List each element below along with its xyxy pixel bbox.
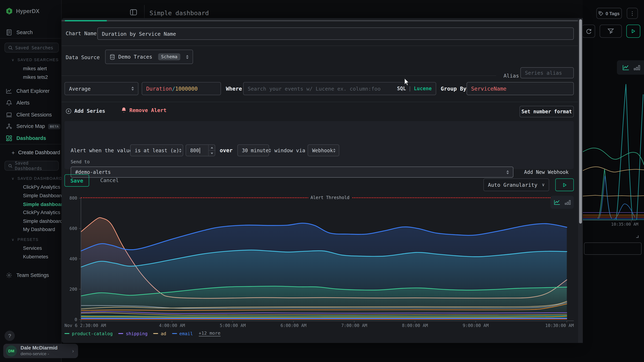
line-chart-icon[interactable] <box>554 199 560 205</box>
legend-item[interactable]: product-catalog <box>64 331 112 336</box>
orange2-line <box>81 319 567 319</box>
modal-scrollbar-thumb[interactable] <box>579 19 582 223</box>
preset-item[interactable]: Services <box>23 245 42 251</box>
y-tick-label: 200 <box>70 287 77 292</box>
cyan2-line <box>81 318 567 318</box>
brand-name: HyperDX <box>16 8 40 14</box>
service-map-icon <box>6 123 12 130</box>
legend-more-link[interactable]: +12 more <box>199 331 220 337</box>
dashboard-item[interactable]: ClickPy Analytics <box>23 184 60 190</box>
sidebar-item-alerts[interactable]: Alerts <box>0 98 62 108</box>
play-icon <box>631 29 636 34</box>
help-button[interactable]: ? <box>4 331 15 341</box>
x-tick-label: Nov 6 2:30:00 AM <box>64 323 106 328</box>
dashboard-item[interactable]: My Dashboard <box>23 226 55 232</box>
y-tick-label: 600 <box>70 226 77 231</box>
legend-swatch <box>153 333 158 334</box>
x-tick-label: 10:30:00 AM <box>545 323 574 328</box>
bar-chart-icon[interactable] <box>634 64 640 71</box>
beta-badge: BETA <box>48 124 61 129</box>
dashboard-item[interactable]: Simple dashboard <box>23 218 63 224</box>
resize-handle-icon[interactable] <box>634 234 639 238</box>
user-org: demo-service - <box>20 351 58 357</box>
saved-search-item[interactable]: mikes tets2 <box>23 74 48 80</box>
chevron-right-icon: › <box>72 348 74 354</box>
bg-chart-toggle <box>617 60 644 75</box>
sidebar-item-service-map[interactable]: Service Map BETA <box>0 122 62 131</box>
chart-legend: product-catalogshippingademail+12 more <box>64 331 220 337</box>
tags-button[interactable]: 0 Tags <box>596 8 622 19</box>
sidebar-item-dashboards[interactable]: Dashboards <box>0 134 62 143</box>
saved-dashboards-placeholder: Saved Dashboards <box>15 161 55 171</box>
laptop-icon <box>6 112 12 118</box>
legend-swatch <box>64 333 70 334</box>
magnifier-icon <box>8 45 13 50</box>
sidebar-item-label: Service Map <box>16 124 45 129</box>
x-tick-label: 5:00:00 AM <box>220 323 246 328</box>
x-tick-label: 9:00:00 AM <box>463 323 489 328</box>
bg-panel-outline <box>584 242 642 255</box>
user-chip[interactable]: DM Dale McDiarmid demo-service - › <box>3 344 78 358</box>
section-saved-searches[interactable]: ∨ SAVED SEARCHES <box>12 57 59 62</box>
bar-chart-icon[interactable] <box>564 199 571 205</box>
legend-swatch <box>118 333 124 334</box>
blue2-line <box>81 318 567 319</box>
sidebar-collapse-button[interactable] <box>130 8 137 16</box>
line-chart-icon[interactable] <box>622 64 630 71</box>
refresh-button[interactable] <box>582 25 595 38</box>
plus-icon: + <box>12 149 15 156</box>
background-page: 0 Tags ⋮ <box>583 0 644 362</box>
y-tick-label: 800 <box>70 196 77 201</box>
alert-threshold-label: Alert Threshold <box>308 195 352 200</box>
dashboard-item[interactable]: ClickPy Analytics <box>23 210 60 215</box>
sidebar-item-label: Dashboards <box>16 135 46 141</box>
edit-chart-modal: Chart Name Duration by Service Name Data… <box>62 18 578 343</box>
sidebar-item-label: Alerts <box>16 100 30 106</box>
topbar-divider <box>144 5 144 20</box>
filter-button[interactable] <box>600 25 622 38</box>
chart-type-toggle <box>550 196 574 209</box>
filter-icon <box>608 28 614 34</box>
saved-searches-input[interactable]: Saved Searches <box>4 43 59 52</box>
background-chart <box>583 78 644 226</box>
section-presets[interactable]: ∨ PRESETS <box>12 237 38 242</box>
saved-search-item[interactable]: mikes alert <box>23 66 47 71</box>
panel-left-icon <box>130 8 137 16</box>
legend-label: product-catalog <box>72 331 113 336</box>
page-title: Simple dashboard <box>150 9 209 17</box>
tag-icon <box>598 11 604 16</box>
dashboard-item[interactable]: Simple Dashboard <box>23 193 64 198</box>
sidebar-item-chart-explorer[interactable]: Chart Explorer <box>0 86 62 96</box>
bell-icon <box>6 100 12 106</box>
legend-label: shipping <box>126 331 148 336</box>
legend-label: ad <box>161 331 166 336</box>
sidebar-divider <box>0 38 62 39</box>
avatar: DM <box>6 345 17 357</box>
legend-item[interactable]: email <box>172 331 193 336</box>
saved-dashboards-input[interactable]: Saved Dashboards <box>4 161 59 171</box>
x-tick-label: 6:00:00 AM <box>280 323 306 328</box>
preset-item[interactable]: Kubernetes <box>23 254 48 260</box>
sidebar: HyperDX Search Saved Searches ∨ SAVED SE… <box>0 0 62 362</box>
legend-item[interactable]: shipping <box>118 331 148 336</box>
sidebar-item-client-sessions[interactable]: Client Sessions <box>0 110 62 120</box>
x-tick-label: 8:00:00 AM <box>402 323 428 328</box>
tags-label: 0 Tags <box>606 11 620 16</box>
sidebar-divider <box>0 144 62 144</box>
create-dashboard-button[interactable]: + Create Dashboard <box>0 148 62 157</box>
dashboard-item-active[interactable]: Simple dashboard <box>23 201 66 207</box>
duration-chart: 0200400600800Nov 6 2:30:00 AM4:00:00 AM5… <box>62 18 578 343</box>
sidebar-item-team-settings[interactable]: Team Settings <box>0 271 62 280</box>
legend-item[interactable]: ad <box>153 331 166 336</box>
section-label: SAVED SEARCHES <box>18 57 59 62</box>
section-saved-dashboards[interactable]: ∨ SAVED DASHBOARDS <box>12 176 65 181</box>
y-tick-label: 0 <box>74 317 77 322</box>
sidebar-item-label: Search <box>16 29 33 35</box>
gear-icon <box>6 272 12 279</box>
sidebar-item-search[interactable]: Search <box>0 28 62 37</box>
more-menu-button[interactable]: ⋮ <box>627 8 638 19</box>
legend-swatch <box>172 333 177 334</box>
legend-label: email <box>179 331 193 336</box>
run-query-button[interactable] <box>626 25 640 38</box>
brand[interactable]: HyperDX <box>6 7 39 15</box>
